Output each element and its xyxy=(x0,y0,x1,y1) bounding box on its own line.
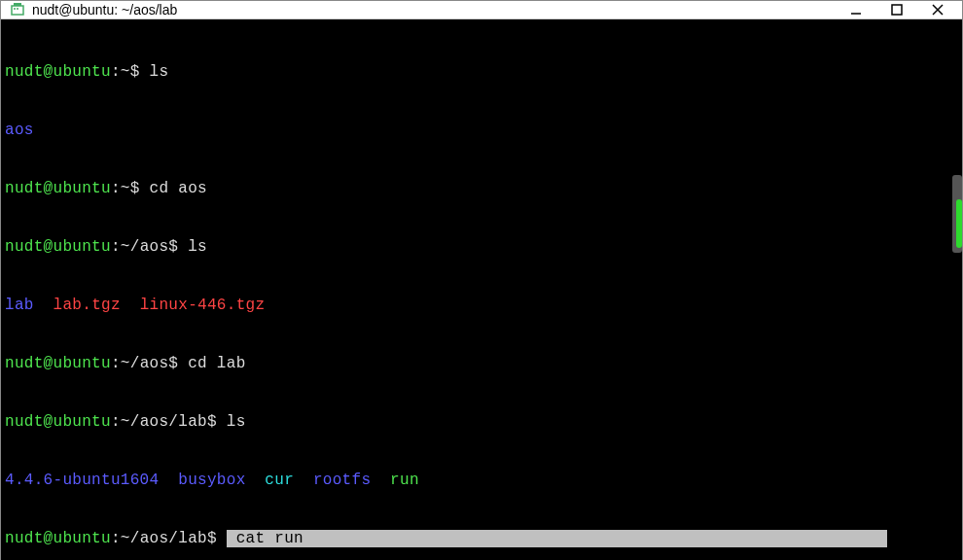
terminal-line: lab lab.tgz linux-446.tgz xyxy=(5,296,958,315)
app-icon xyxy=(9,1,26,18)
terminal-line: aos xyxy=(5,121,958,140)
svg-rect-0 xyxy=(12,6,23,15)
svg-rect-5 xyxy=(892,5,902,15)
minimize-button[interactable] xyxy=(847,1,865,18)
terminal-body[interactable]: nudt@ubuntu:~$ ls aos nudt@ubuntu:~$ cd … xyxy=(1,19,962,560)
svg-rect-1 xyxy=(14,3,21,6)
window-controls xyxy=(847,1,962,18)
close-button[interactable] xyxy=(929,1,946,18)
terminal-line-highlighted: nudt@ubuntu:~/aos/lab$ cat run xyxy=(5,529,958,548)
terminal-line: nudt@ubuntu:~/aos/lab$ ls xyxy=(5,412,958,432)
terminal-window: nudt@ubuntu: ~/aos/lab nudt@ubuntu:~$ ls… xyxy=(0,0,963,560)
terminal-line: nudt@ubuntu:~/aos$ cd lab xyxy=(5,354,958,373)
scrollbar-indicator xyxy=(956,199,962,248)
terminal-line: nudt@ubuntu:~/aos$ ls xyxy=(5,237,958,257)
titlebar: nudt@ubuntu: ~/aos/lab xyxy=(1,1,962,19)
terminal-line: 4.4.6-ubuntu1604 busybox cur rootfs run xyxy=(5,471,958,490)
window-title: nudt@ubuntu: ~/aos/lab xyxy=(32,2,847,18)
maximize-button[interactable] xyxy=(888,1,906,18)
svg-point-3 xyxy=(17,8,18,10)
terminal-line: nudt@ubuntu:~$ cd aos xyxy=(5,179,958,198)
terminal-line: nudt@ubuntu:~$ ls xyxy=(5,62,958,82)
svg-point-2 xyxy=(14,8,16,10)
